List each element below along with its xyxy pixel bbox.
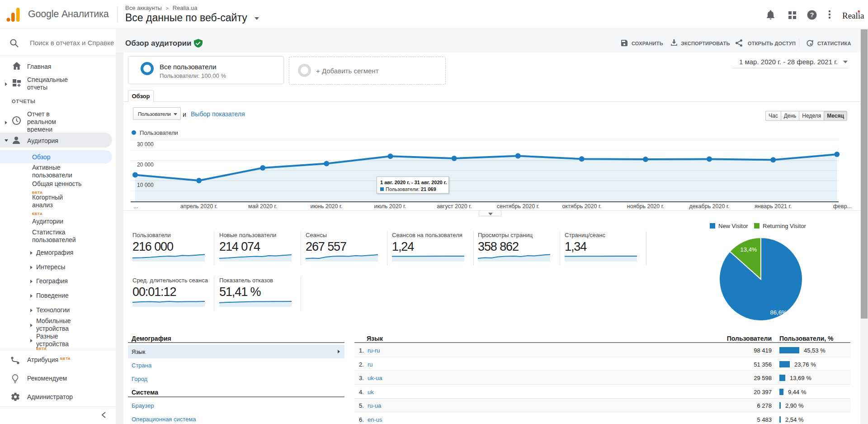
svg-text:май 2020 г.: май 2020 г. <box>248 203 277 210</box>
svg-text:апрель 2020 г.: апрель 2020 г. <box>180 203 217 210</box>
svg-text:?: ? <box>810 11 814 19</box>
svg-text:октябрь 2020 г.: октябрь 2020 г. <box>562 203 602 210</box>
svg-text:июнь 2020 г.: июнь 2020 г. <box>310 203 342 210</box>
svg-text:февр...: февр... <box>833 203 852 210</box>
svg-text:январь 2021 г.: январь 2021 г. <box>755 203 792 210</box>
svg-text:10 000: 10 000 <box>137 182 154 188</box>
svg-text:86,6%: 86,6% <box>770 309 787 316</box>
svg-text:август 2020 г.: август 2020 г. <box>437 203 472 210</box>
svg-text:20 000: 20 000 <box>137 162 154 168</box>
svg-text:...: ... <box>133 203 138 210</box>
svg-text:13,4%: 13,4% <box>741 246 757 253</box>
svg-text:сентябрь 2020 г.: сентябрь 2020 г. <box>497 203 539 210</box>
svg-text:июль 2020 г.: июль 2020 г. <box>374 203 406 210</box>
svg-text:декабрь 2020 г.: декабрь 2020 г. <box>689 203 730 210</box>
svg-text:30 000: 30 000 <box>137 141 154 148</box>
svg-text:ноябрь 2020 г.: ноябрь 2020 г. <box>627 203 665 210</box>
